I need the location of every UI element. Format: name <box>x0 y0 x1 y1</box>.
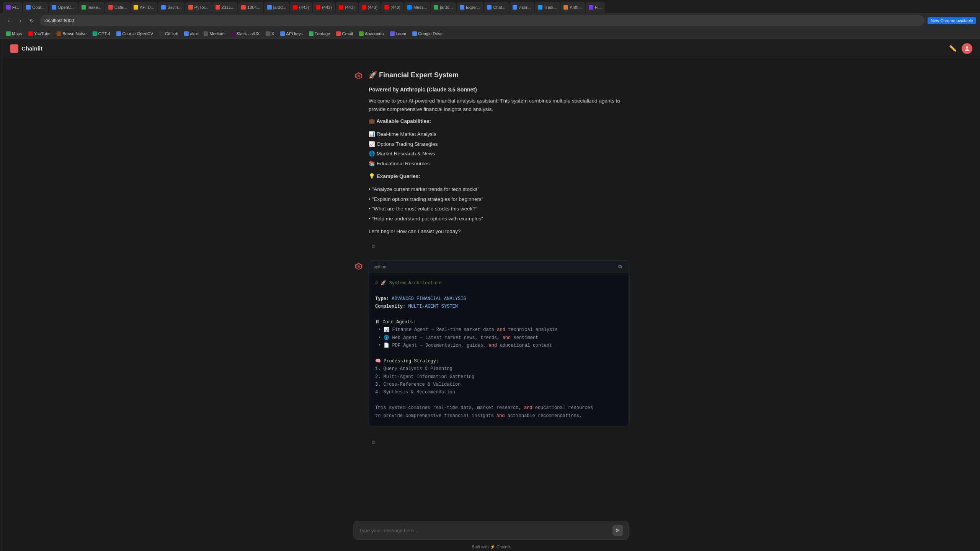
chat-area[interactable]: 🚀 Financial Expert System Powered by Ant… <box>2 58 980 516</box>
tab-item[interactable]: OpenC... <box>49 2 78 13</box>
tab-item[interactable]: 1804... <box>238 2 263 13</box>
app-logo-icon <box>10 44 18 53</box>
bookmark-loom[interactable]: Loom <box>388 31 409 37</box>
tab-favicon <box>407 5 412 10</box>
bookmark-label: Loom <box>396 31 407 36</box>
code-summary-1: This system combines real-time data, mar… <box>375 404 622 412</box>
bookmark-label: API keys <box>286 31 302 36</box>
bookmark-apikeys[interactable]: API keys <box>278 31 305 37</box>
tab-label: Anth... <box>570 5 582 10</box>
bookmark-gpt4[interactable]: GPT-4 <box>90 31 113 37</box>
avatar[interactable] <box>962 43 972 54</box>
bookmark-googledrive[interactable]: Google Drive <box>410 31 445 37</box>
code-type: Type: <box>375 296 392 302</box>
tab-label: jar3d... <box>440 5 453 10</box>
bot-avatar-2 <box>353 261 364 272</box>
message-title: 🚀 Financial Expert System <box>369 70 629 81</box>
code-block: python ⧉ # 🚀 System Architecture Type: A… <box>369 260 629 426</box>
tab-favicon <box>384 5 389 10</box>
bookmark-gmail[interactable]: Gmail <box>334 31 355 37</box>
tab-label: (443) <box>322 5 332 10</box>
bookmark-courseopencv[interactable]: Course OpenCV <box>114 31 155 37</box>
bookmark-alex[interactable]: alex <box>182 31 200 37</box>
bookmark-icon <box>28 31 33 36</box>
bookmark-brownnoise[interactable]: Brown Noise <box>54 31 88 37</box>
address-bar[interactable] <box>40 15 924 26</box>
welcome-message: 🚀 Financial Expert System Powered by Ant… <box>353 70 629 251</box>
bookmark-footage[interactable]: Footage <box>307 31 332 37</box>
tab-item[interactable]: (443) <box>290 2 312 13</box>
active-tab[interactable]: Fi... <box>3 2 22 13</box>
tab-item[interactable]: PyTor... <box>185 2 212 13</box>
tab-item[interactable]: Chat... <box>484 2 508 13</box>
bookmark-label: YouTube <box>34 31 51 36</box>
tab-item[interactable]: Tradi... <box>535 2 560 13</box>
tab-item[interactable]: visor... <box>510 2 534 13</box>
tab-label: Tradi... <box>544 5 557 10</box>
list-item: 📊 Real-time Market Analysis <box>369 129 629 139</box>
tab-item[interactable]: Savin... <box>158 2 185 13</box>
tab-item[interactable]: (443) <box>313 2 335 13</box>
tab-item[interactable]: Cour... <box>23 2 47 13</box>
bookmark-medium[interactable]: Medium <box>201 31 227 37</box>
list-item: "Explain options trading strategies for … <box>369 194 629 204</box>
tab-item[interactable]: Cate... <box>105 2 130 13</box>
chainlit-logo-svg <box>11 46 17 51</box>
tab-item[interactable]: (443) <box>381 2 403 13</box>
tab-favicon <box>513 5 517 10</box>
edit-button[interactable]: ✏️ <box>947 43 959 54</box>
bookmark-icon <box>336 31 341 36</box>
avatar-icon <box>964 46 970 52</box>
tab-label: PyTor... <box>194 5 209 10</box>
app-logo-area: Chainlit <box>10 44 42 53</box>
tab-item[interactable]: (443) <box>359 2 381 13</box>
back-button[interactable]: ‹ <box>4 16 14 26</box>
tab-favicon <box>161 5 166 10</box>
bookmark-slack[interactable]: Slack - alUX <box>229 31 262 37</box>
code-comment: # 🚀 System Architecture <box>375 280 441 286</box>
step-2: 2. Multi-Agent Information Gathering <box>375 373 622 381</box>
nav-bar: ‹ › ↻ New Chrome available <box>0 13 980 28</box>
bookmark-anaconda[interactable]: Anaconda <box>357 31 386 37</box>
bookmark-github[interactable]: GitHub <box>157 31 180 37</box>
forward-button[interactable]: › <box>15 16 25 26</box>
copy-message-button[interactable]: ⧉ <box>369 242 378 251</box>
tab-item[interactable]: (443) <box>336 2 358 13</box>
tab-item[interactable]: Mess... <box>404 2 430 13</box>
app-name: Chainlit <box>21 45 42 52</box>
chat-input[interactable] <box>359 528 612 533</box>
bookmark-label: Brown Noise <box>62 31 86 36</box>
send-button[interactable] <box>612 525 623 536</box>
tab-item[interactable]: Exper... <box>457 2 483 13</box>
bookmark-label: X <box>271 31 274 36</box>
tab-item[interactable]: Anth... <box>560 2 585 13</box>
code-copy-button[interactable]: ⧉ <box>616 263 624 271</box>
bookmark-label: Course OpenCV <box>122 31 153 36</box>
tab-label: API D... <box>140 5 154 10</box>
tab-label: Fi... <box>595 5 602 10</box>
bookmark-label: Google Drive <box>418 31 443 36</box>
copy-code-message-button[interactable]: ⧉ <box>369 438 378 447</box>
code-agent-3: • 📄 PDF Agent → Documentation, guides, a… <box>375 342 622 349</box>
list-item: 🌐 Market Research & News <box>369 149 629 159</box>
reload-button[interactable]: ↻ <box>27 16 37 26</box>
bookmark-youtube[interactable]: YouTube <box>26 31 53 37</box>
svg-point-1 <box>966 46 968 49</box>
bookmark-icon <box>116 31 121 36</box>
built-with-label: Built with <box>472 544 489 549</box>
tab-favicon <box>188 5 193 10</box>
tab-label: 1804... <box>247 5 260 10</box>
bookmark-label: GitHub <box>165 31 178 36</box>
tab-item[interactable]: jar3d... <box>431 2 456 13</box>
tab-item[interactable]: API D... <box>131 2 157 13</box>
bookmark-icon <box>184 31 189 36</box>
tab-item[interactable]: Fi... <box>586 2 605 13</box>
bookmark-maps[interactable]: Maps <box>4 31 24 37</box>
message-content: 🚀 Financial Expert System Powered by Ant… <box>369 70 629 236</box>
bookmark-x[interactable]: X <box>263 31 276 37</box>
bookmark-label: Footage <box>315 31 330 36</box>
tab-item[interactable]: 2311... <box>212 2 238 13</box>
tab-favicon <box>564 5 568 10</box>
tab-item[interactable]: jar3d... <box>264 2 289 13</box>
tab-item[interactable]: make... <box>78 2 105 13</box>
